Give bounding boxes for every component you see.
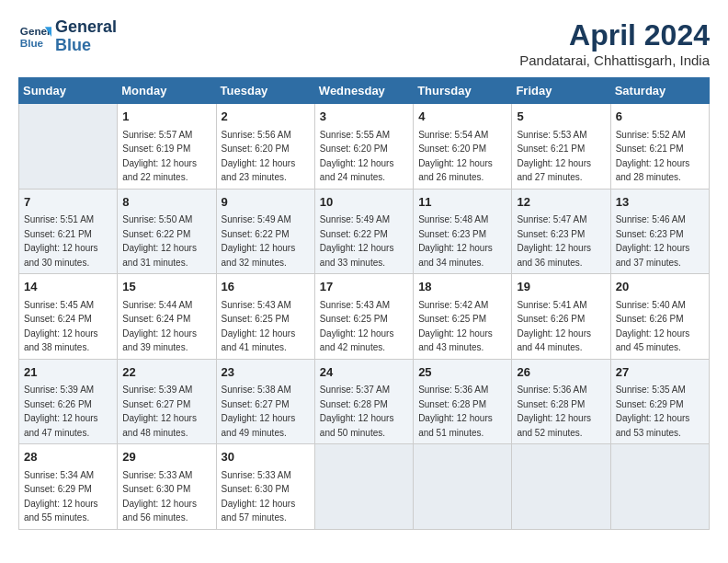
calendar-cell: 13Sunrise: 5:46 AMSunset: 6:23 PMDayligh… <box>610 189 709 274</box>
cell-content: Sunrise: 5:44 AMSunset: 6:24 PMDaylight:… <box>122 298 210 355</box>
day-number: 15 <box>122 278 210 296</box>
logo-icon: General Blue <box>18 20 51 53</box>
calendar-cell: 24Sunrise: 5:37 AMSunset: 6:28 PMDayligh… <box>314 359 413 444</box>
calendar-cell: 14Sunrise: 5:45 AMSunset: 6:24 PMDayligh… <box>19 274 118 360</box>
cell-content: Sunrise: 5:50 AMSunset: 6:22 PMDaylight:… <box>122 213 210 270</box>
calendar-cell: 28Sunrise: 5:34 AMSunset: 6:29 PMDayligh… <box>19 444 118 530</box>
calendar-cell: 18Sunrise: 5:42 AMSunset: 6:25 PMDayligh… <box>414 274 512 360</box>
calendar-week-row: 14Sunrise: 5:45 AMSunset: 6:24 PMDayligh… <box>19 274 710 360</box>
day-number: 28 <box>24 448 112 466</box>
location: Pandatarai, Chhattisgarh, India <box>519 52 710 68</box>
calendar-cell: 15Sunrise: 5:44 AMSunset: 6:24 PMDayligh… <box>118 274 216 360</box>
cell-content: Sunrise: 5:43 AMSunset: 6:25 PMDaylight:… <box>222 298 310 355</box>
calendar-cell <box>512 444 610 530</box>
weekday-header-row: SundayMondayTuesdayWednesdayThursdayFrid… <box>19 78 710 104</box>
calendar-week-row: 1Sunrise: 5:57 AMSunset: 6:19 PMDaylight… <box>19 104 710 190</box>
day-number: 1 <box>122 108 210 126</box>
logo-text: General Blue <box>55 18 117 55</box>
cell-content: Sunrise: 5:40 AMSunset: 6:26 PMDaylight:… <box>616 298 704 355</box>
calendar-cell: 29Sunrise: 5:33 AMSunset: 6:30 PMDayligh… <box>118 444 216 530</box>
calendar-cell <box>314 444 413 530</box>
calendar-cell: 9Sunrise: 5:49 AMSunset: 6:22 PMDaylight… <box>216 189 314 274</box>
day-number: 4 <box>418 108 506 126</box>
cell-content: Sunrise: 5:47 AMSunset: 6:23 PMDaylight:… <box>517 213 605 270</box>
day-number: 21 <box>24 363 112 382</box>
svg-text:General: General <box>20 25 51 37</box>
calendar-cell <box>19 104 118 190</box>
day-number: 17 <box>320 278 408 296</box>
cell-content: Sunrise: 5:39 AMSunset: 6:26 PMDaylight:… <box>24 383 112 440</box>
cell-content: Sunrise: 5:49 AMSunset: 6:22 PMDaylight:… <box>320 213 408 270</box>
calendar-cell: 1Sunrise: 5:57 AMSunset: 6:19 PMDaylight… <box>118 104 216 190</box>
day-number: 13 <box>616 193 704 212</box>
cell-content: Sunrise: 5:54 AMSunset: 6:20 PMDaylight:… <box>418 128 506 185</box>
cell-content: Sunrise: 5:33 AMSunset: 6:30 PMDaylight:… <box>222 468 310 525</box>
calendar-cell: 3Sunrise: 5:55 AMSunset: 6:20 PMDaylight… <box>314 104 413 190</box>
day-number: 20 <box>616 278 704 296</box>
weekday-header-thursday: Thursday <box>414 78 512 104</box>
svg-text:Blue: Blue <box>20 37 44 49</box>
month-title: April 2024 <box>519 18 710 52</box>
cell-content: Sunrise: 5:55 AMSunset: 6:20 PMDaylight:… <box>320 128 408 185</box>
weekday-header-wednesday: Wednesday <box>314 78 413 104</box>
day-number: 8 <box>122 193 210 212</box>
cell-content: Sunrise: 5:36 AMSunset: 6:28 PMDaylight:… <box>517 383 605 440</box>
cell-content: Sunrise: 5:36 AMSunset: 6:28 PMDaylight:… <box>418 383 506 440</box>
cell-content: Sunrise: 5:34 AMSunset: 6:29 PMDaylight:… <box>24 468 112 525</box>
calendar-cell: 10Sunrise: 5:49 AMSunset: 6:22 PMDayligh… <box>314 189 413 274</box>
cell-content: Sunrise: 5:46 AMSunset: 6:23 PMDaylight:… <box>616 213 704 270</box>
day-number: 10 <box>320 193 408 212</box>
cell-content: Sunrise: 5:33 AMSunset: 6:30 PMDaylight:… <box>122 468 210 525</box>
calendar-cell: 20Sunrise: 5:40 AMSunset: 6:26 PMDayligh… <box>610 274 709 360</box>
calendar-cell: 23Sunrise: 5:38 AMSunset: 6:27 PMDayligh… <box>216 359 314 444</box>
day-number: 24 <box>320 363 408 382</box>
calendar-cell: 16Sunrise: 5:43 AMSunset: 6:25 PMDayligh… <box>216 274 314 360</box>
day-number: 5 <box>517 108 605 126</box>
calendar-cell: 26Sunrise: 5:36 AMSunset: 6:28 PMDayligh… <box>512 359 610 444</box>
cell-content: Sunrise: 5:42 AMSunset: 6:25 PMDaylight:… <box>418 298 506 355</box>
cell-content: Sunrise: 5:39 AMSunset: 6:27 PMDaylight:… <box>122 383 210 440</box>
day-number: 23 <box>222 363 310 382</box>
calendar-week-row: 7Sunrise: 5:51 AMSunset: 6:21 PMDaylight… <box>19 189 710 274</box>
day-number: 14 <box>24 278 112 296</box>
calendar-cell: 4Sunrise: 5:54 AMSunset: 6:20 PMDaylight… <box>414 104 512 190</box>
calendar-week-row: 21Sunrise: 5:39 AMSunset: 6:26 PMDayligh… <box>19 359 710 444</box>
day-number: 26 <box>517 363 605 382</box>
title-block: April 2024 Pandatarai, Chhattisgarh, Ind… <box>519 18 710 68</box>
calendar-cell: 2Sunrise: 5:56 AMSunset: 6:20 PMDaylight… <box>216 104 314 190</box>
day-number: 12 <box>517 193 605 212</box>
day-number: 9 <box>222 193 310 212</box>
day-number: 29 <box>122 448 210 466</box>
calendar-cell: 30Sunrise: 5:33 AMSunset: 6:30 PMDayligh… <box>216 444 314 530</box>
calendar-cell: 21Sunrise: 5:39 AMSunset: 6:26 PMDayligh… <box>19 359 118 444</box>
calendar-week-row: 28Sunrise: 5:34 AMSunset: 6:29 PMDayligh… <box>19 444 710 530</box>
day-number: 22 <box>122 363 210 382</box>
calendar-cell: 7Sunrise: 5:51 AMSunset: 6:21 PMDaylight… <box>19 189 118 274</box>
cell-content: Sunrise: 5:37 AMSunset: 6:28 PMDaylight:… <box>320 383 408 440</box>
day-number: 16 <box>222 278 310 296</box>
day-number: 27 <box>616 363 704 382</box>
page-header: General Blue General Blue April 2024 Pan… <box>18 18 710 68</box>
calendar-cell: 27Sunrise: 5:35 AMSunset: 6:29 PMDayligh… <box>610 359 709 444</box>
calendar-cell: 25Sunrise: 5:36 AMSunset: 6:28 PMDayligh… <box>414 359 512 444</box>
cell-content: Sunrise: 5:35 AMSunset: 6:29 PMDaylight:… <box>616 383 704 440</box>
calendar-cell: 12Sunrise: 5:47 AMSunset: 6:23 PMDayligh… <box>512 189 610 274</box>
day-number: 2 <box>222 108 310 126</box>
day-number: 3 <box>320 108 408 126</box>
logo: General Blue General Blue <box>18 18 117 55</box>
cell-content: Sunrise: 5:45 AMSunset: 6:24 PMDaylight:… <box>24 298 112 355</box>
cell-content: Sunrise: 5:38 AMSunset: 6:27 PMDaylight:… <box>222 383 310 440</box>
calendar-cell: 19Sunrise: 5:41 AMSunset: 6:26 PMDayligh… <box>512 274 610 360</box>
day-number: 19 <box>517 278 605 296</box>
day-number: 18 <box>418 278 506 296</box>
calendar-cell: 8Sunrise: 5:50 AMSunset: 6:22 PMDaylight… <box>118 189 216 274</box>
calendar-cell: 17Sunrise: 5:43 AMSunset: 6:25 PMDayligh… <box>314 274 413 360</box>
cell-content: Sunrise: 5:51 AMSunset: 6:21 PMDaylight:… <box>24 213 112 270</box>
day-number: 6 <box>616 108 704 126</box>
calendar-cell: 5Sunrise: 5:53 AMSunset: 6:21 PMDaylight… <box>512 104 610 190</box>
calendar-cell <box>414 444 512 530</box>
weekday-header-saturday: Saturday <box>610 78 709 104</box>
day-number: 7 <box>24 193 112 212</box>
cell-content: Sunrise: 5:52 AMSunset: 6:21 PMDaylight:… <box>616 128 704 185</box>
cell-content: Sunrise: 5:49 AMSunset: 6:22 PMDaylight:… <box>222 213 310 270</box>
